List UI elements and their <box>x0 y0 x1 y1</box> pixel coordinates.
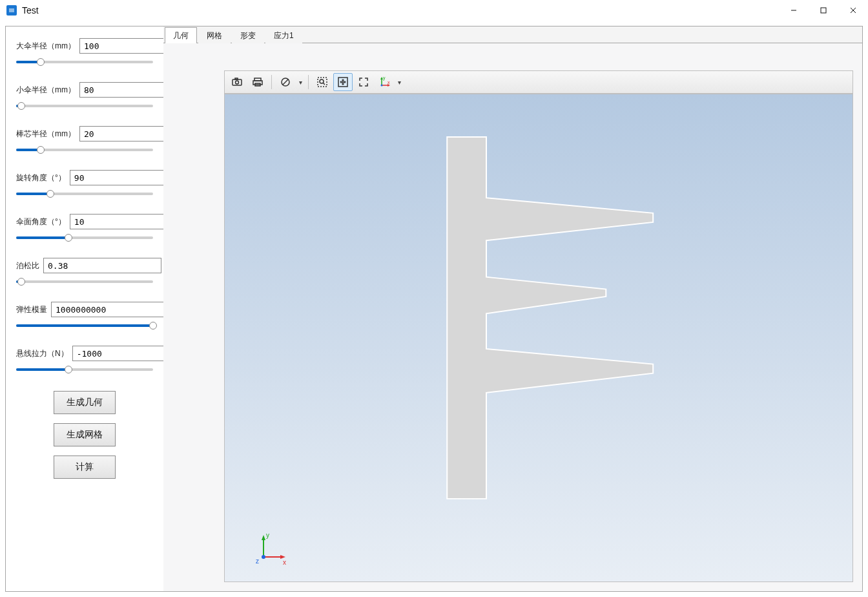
svg-text:x: x <box>388 80 390 85</box>
param-label: 悬线拉力（N） <box>16 348 68 359</box>
window-minimize-button[interactable] <box>779 0 809 21</box>
svg-rect-0 <box>821 8 826 13</box>
axis-gizmo-icon: y x z <box>251 531 289 570</box>
viewer-area: ▾yx▾ y x z <box>163 43 862 591</box>
axis-label-y: y <box>266 532 269 539</box>
param-group: 泊松比 <box>16 258 153 288</box>
toolbar-separator <box>308 75 309 89</box>
param-input[interactable] <box>51 302 169 317</box>
axis-label-x: x <box>283 559 286 566</box>
window-maximize-button[interactable] <box>809 0 838 21</box>
window-title: Test <box>22 5 39 16</box>
param-slider[interactable] <box>16 56 153 68</box>
param-group: 伞面角度（°） <box>16 214 153 244</box>
param-input[interactable] <box>43 258 161 273</box>
param-group: 大伞半径（mm） <box>16 38 153 68</box>
param-label: 伞面角度（°） <box>16 216 66 227</box>
zoom-window-icon[interactable] <box>313 73 332 91</box>
window-close-button[interactable] <box>838 0 868 21</box>
param-label: 泊松比 <box>16 260 39 271</box>
param-slider[interactable] <box>16 144 153 156</box>
forbid-icon[interactable] <box>276 73 295 91</box>
svg-point-2 <box>236 81 239 84</box>
geometry-shape <box>225 94 852 581</box>
param-label: 旋转角度（°） <box>16 173 66 183</box>
param-slider[interactable] <box>16 188 153 200</box>
tab-bar: 几何网格形变应力1 <box>163 26 862 43</box>
camera-icon[interactable] <box>227 73 247 91</box>
svg-rect-5 <box>253 81 262 85</box>
action-button[interactable]: 生成几何 <box>54 391 116 414</box>
dropdown-arrow-icon[interactable]: ▾ <box>395 79 403 86</box>
svg-point-24 <box>262 555 265 559</box>
tab[interactable]: 网格 <box>198 27 231 43</box>
action-button[interactable]: 计算 <box>54 456 116 479</box>
svg-rect-3 <box>235 78 238 79</box>
param-label: 大伞半径（mm） <box>16 41 76 52</box>
svg-point-19 <box>381 85 383 87</box>
param-group: 悬线拉力（N） <box>16 346 153 375</box>
dropdown-arrow-icon[interactable]: ▾ <box>296 79 304 86</box>
parameters-sidebar: 大伞半径（mm）小伞半径（mm）棒芯半径（mm）旋转角度（°）伞面角度（°）泊松… <box>6 26 163 591</box>
window-titlebar: Test <box>0 0 868 21</box>
tab[interactable]: 几何 <box>165 27 197 43</box>
action-button[interactable]: 生成网格 <box>54 423 116 446</box>
app-icon <box>6 5 17 16</box>
param-slider[interactable] <box>16 364 153 375</box>
param-slider[interactable] <box>16 100 153 112</box>
viewer-canvas[interactable]: y x z <box>224 94 853 582</box>
svg-rect-9 <box>318 78 327 87</box>
print-icon[interactable] <box>248 73 267 91</box>
param-group: 旋转角度（°） <box>16 170 153 200</box>
viewer-toolbar: ▾yx▾ <box>224 70 853 94</box>
svg-line-8 <box>283 79 288 85</box>
axis-label-z: z <box>256 558 259 565</box>
param-group: 棒芯半径（mm） <box>16 126 153 156</box>
client-area: 大伞半径（mm）小伞半径（mm）棒芯半径（mm）旋转角度（°）伞面角度（°）泊松… <box>0 21 868 597</box>
param-label: 弹性模量 <box>16 304 47 315</box>
param-label: 小伞半径（mm） <box>16 85 76 96</box>
param-slider[interactable] <box>16 232 153 244</box>
toolbar-separator <box>271 75 272 89</box>
axis-orient-icon[interactable]: yx <box>375 73 394 91</box>
param-group: 弹性模量 <box>16 302 153 331</box>
pan-icon[interactable] <box>333 73 353 91</box>
tab[interactable]: 应力1 <box>265 27 302 43</box>
fit-icon[interactable] <box>354 73 373 91</box>
param-group: 小伞半径（mm） <box>16 82 153 112</box>
param-slider[interactable] <box>16 276 153 288</box>
svg-text:y: y <box>383 76 386 81</box>
param-label: 棒芯半径（mm） <box>16 129 76 140</box>
svg-marker-21 <box>262 535 265 540</box>
param-slider[interactable] <box>16 320 153 331</box>
svg-line-11 <box>323 83 325 85</box>
tab[interactable]: 形变 <box>232 27 264 43</box>
